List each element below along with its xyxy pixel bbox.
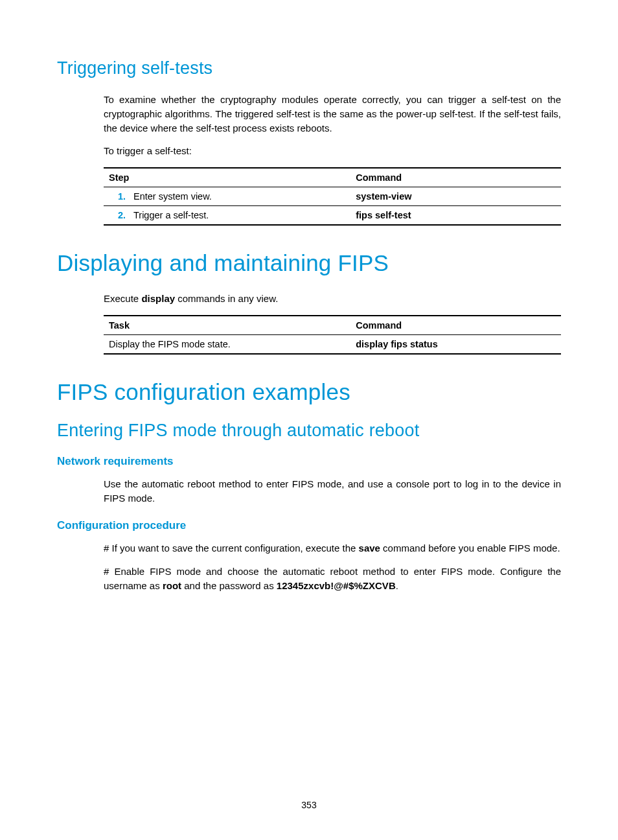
text-fragment: command before you enable FIPS mode. <box>380 542 560 554</box>
paragraph: To trigger a self-test: <box>104 144 561 158</box>
page-number: 353 <box>0 800 618 810</box>
table-cell-command: system-view <box>350 187 561 206</box>
text-bold: 12345zxcvb!@#$%ZXCVB <box>277 580 396 591</box>
heading-triggering-self-tests: Triggering self-tests <box>57 58 561 78</box>
text-fragment: # If you want to save the current config… <box>104 542 359 554</box>
step-text: Trigger a self-test. <box>133 210 209 220</box>
paragraph: To examine whether the cryptography modu… <box>104 93 561 135</box>
table-header-command: Command <box>350 316 561 335</box>
table-cell-command: display fips status <box>350 334 561 354</box>
heading-entering-fips-auto-reboot: Entering FIPS mode through automatic reb… <box>57 421 561 441</box>
text-fragment: Execute <box>104 293 141 304</box>
table-cell-step: 1.Enter system view. <box>104 187 350 206</box>
text-fragment: commands in any view. <box>175 293 278 304</box>
table-header-command: Command <box>350 168 561 187</box>
text-fragment: and the password as <box>181 580 277 591</box>
paragraph: Execute display commands in any view. <box>104 292 561 306</box>
text-fragment: . <box>396 580 398 591</box>
text-bold: save <box>359 542 380 554</box>
table-display-fips: Task Command Display the FIPS mode state… <box>104 315 561 355</box>
table-row: 2.Trigger a self-test. fips self-test <box>104 206 561 226</box>
table-row: Display the FIPS mode state. display fip… <box>104 334 561 354</box>
step-text: Enter system view. <box>133 191 212 202</box>
table-header-step: Step <box>104 168 350 187</box>
heading-displaying-maintaining-fips: Displaying and maintaining FIPS <box>57 250 561 276</box>
step-number: 1. <box>109 191 126 202</box>
heading-network-requirements: Network requirements <box>57 455 561 468</box>
paragraph: # Enable FIPS mode and choose the automa… <box>104 565 561 593</box>
step-number: 2. <box>109 210 126 220</box>
table-cell-task: Display the FIPS mode state. <box>104 334 350 354</box>
table-trigger-selftest: Step Command 1.Enter system view. system… <box>104 167 561 226</box>
text-bold: display <box>141 293 175 304</box>
table-cell-step: 2.Trigger a self-test. <box>104 206 350 226</box>
heading-fips-config-examples: FIPS configuration examples <box>57 379 561 405</box>
table-header-row: Step Command <box>104 168 561 187</box>
heading-configuration-procedure: Configuration procedure <box>57 519 561 532</box>
paragraph: Use the automatic reboot method to enter… <box>104 477 561 506</box>
table-row: 1.Enter system view. system-view <box>104 187 561 206</box>
table-header-row: Task Command <box>104 316 561 335</box>
table-header-task: Task <box>104 316 350 335</box>
text-bold: root <box>163 580 181 591</box>
table-cell-command: fips self-test <box>350 206 561 226</box>
paragraph: # If you want to save the current config… <box>104 541 561 555</box>
